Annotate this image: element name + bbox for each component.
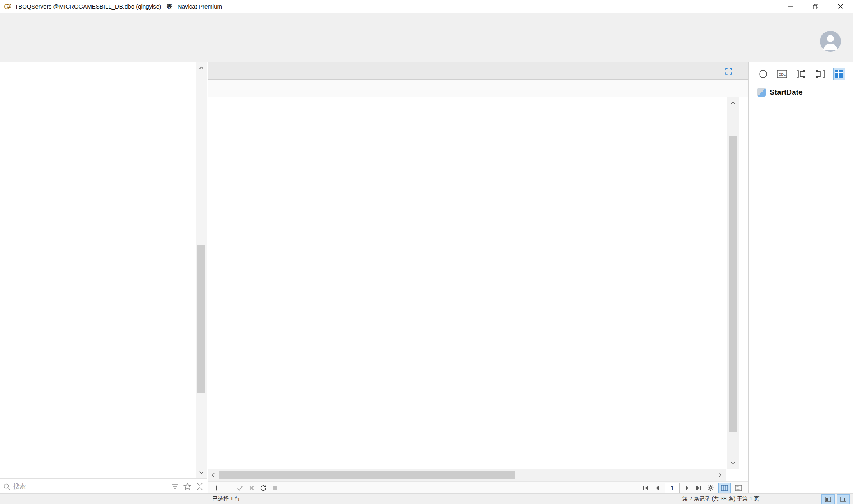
info-panel-tabs: DDL — [757, 68, 845, 80]
info-tab-icon[interactable] — [757, 68, 769, 80]
page-number-input[interactable]: 1 — [665, 483, 680, 493]
user-avatar[interactable] — [820, 30, 841, 52]
app-window: TBOQServers @MICROGAMESBILL_DB.dbo (qing… — [0, 0, 853, 504]
stop-icon[interactable] — [272, 485, 278, 491]
grid-view-toggle[interactable] — [718, 483, 731, 493]
grid-scroll-down-icon[interactable] — [727, 458, 739, 469]
discard-changes-icon[interactable] — [248, 485, 255, 491]
filter-list-icon[interactable] — [171, 483, 179, 490]
ddl-tab-icon[interactable]: DDL — [776, 68, 788, 80]
search-input[interactable] — [12, 483, 166, 490]
previous-page-icon[interactable] — [654, 485, 660, 491]
minimize-button[interactable] — [778, 0, 803, 13]
first-page-icon[interactable] — [643, 485, 649, 491]
page-settings-gear-icon[interactable] — [707, 485, 714, 491]
columns-tab-icon[interactable] — [833, 68, 845, 80]
fullscreen-icon[interactable] — [724, 67, 733, 76]
column-title: StartDate — [757, 88, 853, 97]
table-tree — [0, 62, 196, 478]
toggle-right-panel-icon[interactable] — [837, 494, 850, 504]
search-icon — [3, 483, 10, 490]
refresh-icon[interactable] — [260, 485, 266, 491]
grid-vscroll-thumb[interactable] — [729, 136, 737, 432]
selection-status: 已选择 1 行 — [212, 495, 240, 502]
scroll-down-icon[interactable] — [196, 467, 207, 478]
delete-record-icon[interactable] — [225, 485, 231, 491]
table-toolbar — [208, 80, 748, 97]
sidebar-search-row — [0, 478, 207, 494]
grid-scroll-right-icon[interactable] — [715, 473, 726, 478]
column-name: StartDate — [770, 88, 802, 97]
grid-horizontal-scrollbar[interactable] — [208, 469, 726, 481]
status-divider — [647, 495, 647, 503]
sidebar-scrollbar[interactable] — [196, 62, 207, 478]
apply-changes-icon[interactable] — [237, 485, 243, 491]
main-content: 1 — [208, 62, 748, 494]
scrollbar-thumb[interactable] — [197, 245, 205, 393]
menubar — [0, 13, 853, 28]
depends-on-tab-icon[interactable] — [795, 68, 807, 80]
collapse-all-icon[interactable] — [196, 483, 204, 490]
next-page-icon[interactable] — [685, 485, 690, 491]
grid-hscroll-thumb[interactable] — [219, 471, 515, 479]
form-view-toggle[interactable] — [732, 483, 745, 493]
close-button[interactable] — [828, 0, 853, 13]
favorites-icon[interactable] — [183, 483, 191, 490]
add-record-icon[interactable] — [213, 485, 220, 491]
data-grid — [208, 97, 727, 494]
titlebar: TBOQServers @MICROGAMESBILL_DB.dbo (qing… — [0, 0, 853, 13]
sidebar — [0, 62, 207, 494]
svg-text:DDL: DDL — [779, 72, 786, 76]
navicat-logo-icon — [4, 3, 12, 11]
last-page-icon[interactable] — [696, 485, 702, 491]
window-title: TBOQServers @MICROGAMESBILL_DB.dbo (qing… — [15, 3, 222, 11]
record-position-status: 第 7 条记录 (共 38 条) 于第 1 页 — [682, 495, 760, 502]
main-toolbar — [0, 28, 853, 62]
restore-button[interactable] — [803, 0, 828, 13]
grid-scroll-left-icon[interactable] — [208, 473, 219, 478]
tabstrip — [208, 62, 748, 80]
grid-vertical-scrollbar[interactable] — [727, 97, 739, 469]
grid-scroll-up-icon[interactable] — [727, 97, 739, 108]
object-info-panel: DDL StartDate — [748, 62, 853, 494]
record-bar: 1 — [208, 481, 748, 494]
toggle-left-panel-icon[interactable] — [821, 494, 835, 504]
statusbar: 已选择 1 行 第 7 条记录 (共 38 条) 于第 1 页 — [0, 493, 853, 504]
scroll-up-icon[interactable] — [196, 62, 207, 73]
column-icon — [757, 88, 766, 97]
dependents-tab-icon[interactable] — [814, 68, 826, 80]
